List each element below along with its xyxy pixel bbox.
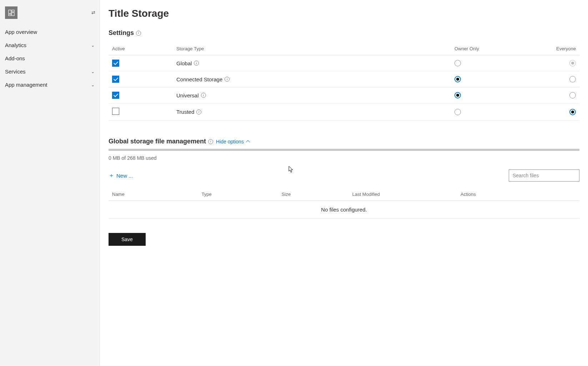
active-checkbox[interactable] [112, 92, 119, 99]
info-icon[interactable]: i [201, 93, 206, 98]
table-row: Trustedi [109, 103, 579, 121]
col-header-actions: Actions [457, 188, 579, 201]
storage-usage-text: 0 MB of 268 MB used [109, 155, 579, 161]
chevron-down-icon: ⌄ [91, 82, 95, 87]
info-icon[interactable]: i [208, 139, 213, 144]
everyone-radio [569, 60, 576, 66]
empty-files-message: No files configured. [109, 201, 579, 219]
plus-icon: ＋ [109, 172, 114, 179]
col-header-last-modified: Last Modified [349, 188, 457, 201]
sidebar: ⇄ App overviewAnalytics⌄Add-onsServices⌄… [0, 0, 100, 366]
info-icon[interactable]: i [225, 77, 230, 82]
hide-options-label: Hide options [216, 139, 244, 144]
sidebar-collapse-icon[interactable]: ⇄ [91, 10, 95, 15]
everyone-radio[interactable] [569, 92, 576, 98]
sidebar-item-add-ons[interactable]: Add-ons [0, 52, 100, 65]
active-checkbox[interactable] [112, 108, 119, 115]
svg-rect-0 [9, 10, 11, 14]
global-storage-heading: Global storage file management [109, 138, 206, 145]
new-file-button[interactable]: ＋ New ... [109, 172, 133, 179]
app-logo-icon[interactable] [5, 6, 17, 19]
sidebar-item-label: Analytics [5, 42, 26, 48]
everyone-radio[interactable] [569, 109, 576, 115]
chevron-up-icon [246, 140, 250, 144]
col-header-owner-only: Owner Only [451, 42, 551, 55]
sidebar-item-services[interactable]: Services⌄ [0, 65, 100, 78]
svg-rect-2 [12, 12, 14, 16]
main-content: Title Storage Settings i Active Storage … [100, 0, 588, 366]
save-button[interactable]: Save [109, 233, 146, 246]
files-toolbar: ＋ New ... [109, 169, 579, 182]
info-icon[interactable]: i [194, 61, 199, 66]
settings-heading: Settings i [109, 29, 141, 37]
table-row: No files configured. [109, 201, 579, 219]
sidebar-item-app-overview[interactable]: App overview [0, 25, 100, 39]
global-storage-header: Global storage file management i Hide op… [109, 138, 579, 145]
active-checkbox[interactable] [112, 60, 119, 67]
active-checkbox[interactable] [112, 76, 119, 83]
sidebar-item-label: App management [5, 82, 47, 88]
storage-type-label: Universal [176, 92, 199, 98]
table-row: Globali [109, 55, 579, 71]
storage-type-label: Trusted [176, 109, 194, 115]
col-header-active: Active [109, 42, 173, 55]
col-header-size: Size [278, 188, 349, 201]
storage-type-label: Connected Storage [176, 76, 222, 82]
settings-heading-text: Settings [109, 29, 134, 37]
table-row: Connected Storagei [109, 71, 579, 87]
hide-options-link[interactable]: Hide options [216, 139, 249, 144]
col-header-storage-type: Storage Type [173, 42, 451, 55]
settings-table: Active Storage Type Owner Only Everyone … [109, 42, 579, 121]
col-header-name: Name [109, 188, 198, 201]
sidebar-item-analytics[interactable]: Analytics⌄ [0, 39, 100, 52]
info-icon[interactable]: i [136, 31, 141, 36]
owner-only-radio[interactable] [454, 92, 461, 98]
new-file-label: New ... [116, 173, 133, 179]
sidebar-item-app-management[interactable]: App management⌄ [0, 78, 100, 91]
col-header-everyone: Everyone [551, 42, 579, 55]
chevron-down-icon: ⌄ [91, 43, 95, 48]
chevron-down-icon: ⌄ [91, 69, 95, 74]
owner-only-radio [454, 60, 461, 66]
owner-only-radio[interactable] [454, 76, 461, 82]
sidebar-item-label: Add-ons [5, 55, 25, 61]
storage-usage-bar [109, 149, 579, 151]
sidebar-item-label: App overview [5, 29, 37, 35]
svg-rect-3 [9, 14, 11, 16]
everyone-radio[interactable] [569, 76, 576, 82]
info-icon[interactable]: i [196, 110, 201, 115]
sidebar-item-label: Services [5, 68, 26, 75]
page-title: Title Storage [109, 8, 579, 19]
sidebar-header: ⇄ [0, 4, 100, 25]
svg-rect-1 [12, 10, 14, 12]
col-header-type: Type [198, 188, 278, 201]
table-row: Universali [109, 87, 579, 103]
search-files-input[interactable] [509, 169, 579, 182]
storage-type-label: Global [176, 60, 192, 66]
owner-only-radio[interactable] [454, 109, 461, 115]
grid-icon [8, 10, 15, 16]
files-table: Name Type Size Last Modified Actions No … [109, 188, 579, 219]
